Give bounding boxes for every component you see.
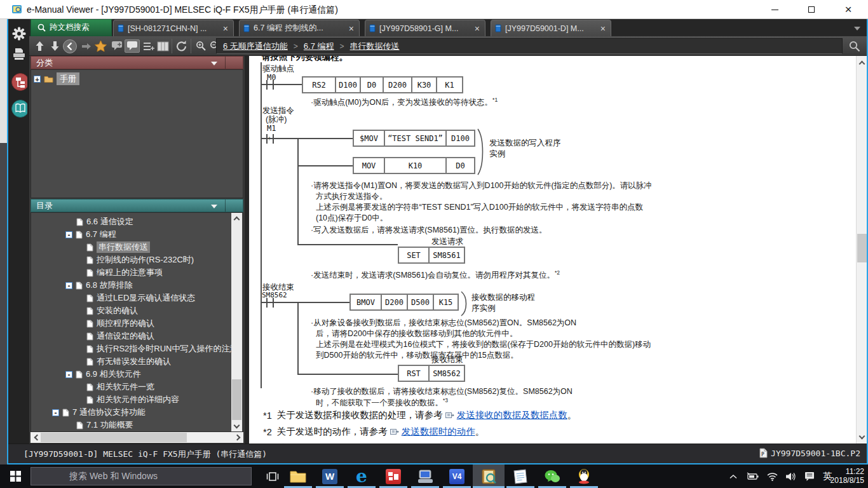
toc-item[interactable]: 相关软元件一览 bbox=[31, 381, 243, 393]
sidebar-splitter[interactable] bbox=[245, 56, 249, 444]
book-icon bbox=[243, 24, 250, 32]
toc-item[interactable]: 执行RS2指令时RUN中写入操作的注意 bbox=[31, 342, 243, 355]
rung2-note-line: (10点)保存于D0中。 bbox=[316, 213, 388, 224]
tab-list-dropdown-icon[interactable] bbox=[854, 27, 860, 30]
footnote-link[interactable]: 发送接收的数据及数据点数 bbox=[457, 409, 567, 421]
taskbar-search-input[interactable]: 搜索 Web 和 Windows bbox=[31, 467, 252, 485]
search-icon[interactable] bbox=[845, 38, 864, 54]
book-viewer-icon[interactable] bbox=[11, 100, 27, 117]
close-button[interactable]: × bbox=[834, 0, 863, 19]
category-panel-header[interactable]: 分类 bbox=[31, 56, 243, 69]
tab-document-2[interactable]: 6.7 编程 控制线的... × bbox=[239, 20, 360, 36]
category-item-manuals[interactable]: + 手册 bbox=[34, 72, 79, 85]
breadcrumb-section[interactable]: 6.7 编程 bbox=[304, 41, 334, 52]
toc-item[interactable]: -6.7 编程 bbox=[31, 228, 243, 241]
action-center-icon[interactable] bbox=[801, 464, 818, 488]
hidden-icons-chevron[interactable] bbox=[726, 464, 741, 488]
add-comment-icon[interactable] bbox=[109, 39, 125, 53]
toc-item[interactable]: 编程上的注意事项 bbox=[31, 266, 243, 279]
scrollbar-thumb[interactable] bbox=[41, 433, 187, 442]
page-down-icon[interactable] bbox=[47, 39, 62, 53]
toc-item[interactable]: -6.9 相关软元件 bbox=[31, 368, 243, 381]
toc-item[interactable]: 有无错误发生的确认 bbox=[31, 355, 243, 368]
toc-item[interactable]: -6.8 故障排除 bbox=[31, 279, 243, 292]
scroll-right-icon[interactable] bbox=[233, 432, 243, 443]
page-up-icon[interactable] bbox=[32, 39, 47, 53]
toc-item[interactable]: 安装的确认 bbox=[31, 304, 243, 317]
settings-gear-icon[interactable] bbox=[11, 25, 27, 42]
breadcrumb-topic[interactable]: 串行数据传送 bbox=[350, 41, 400, 52]
toc-item[interactable]: 控制线的动作(RS-232C时) bbox=[31, 254, 243, 266]
scrollbar-thumb[interactable] bbox=[232, 379, 241, 420]
collapse-caret-icon[interactable] bbox=[211, 205, 217, 208]
back-icon[interactable] bbox=[62, 39, 78, 53]
layout-columns-icon[interactable] bbox=[155, 39, 170, 53]
volume-icon[interactable] bbox=[782, 464, 799, 488]
toc-horizontal-scrollbar[interactable] bbox=[31, 432, 243, 443]
toc-item[interactable]: 顺控程序的确认 bbox=[31, 317, 243, 330]
toc-item[interactable]: 相关软元件的详细内容 bbox=[31, 393, 243, 406]
wifi-icon[interactable] bbox=[764, 464, 780, 488]
scroll-down-icon[interactable] bbox=[857, 431, 867, 442]
rung1-contact-name: M0 bbox=[267, 73, 276, 82]
scroll-down-icon[interactable] bbox=[231, 421, 242, 431]
manual-tree-icon[interactable] bbox=[11, 74, 27, 90]
rung1-note: ·驱动触点(M0)为ON后，变为发送接收的等待状态。*1 bbox=[311, 97, 498, 108]
close-tab-icon[interactable]: × bbox=[222, 24, 229, 34]
toc-vertical-scrollbar[interactable] bbox=[231, 213, 242, 431]
collapse-toggle[interactable]: - bbox=[65, 282, 72, 289]
close-tab-icon[interactable]: × bbox=[473, 24, 481, 34]
toc-item[interactable]: 6.6 通信设定 bbox=[31, 215, 243, 228]
taskbar-wechat[interactable] bbox=[536, 464, 568, 488]
show-comments-icon[interactable] bbox=[125, 39, 140, 53]
close-tab-icon[interactable]: × bbox=[599, 24, 607, 34]
forward-icon[interactable] bbox=[79, 39, 94, 53]
footnote-link[interactable]: 发送数据时的动作 bbox=[402, 426, 475, 438]
add-list-icon[interactable] bbox=[141, 39, 156, 53]
start-button[interactable] bbox=[0, 464, 31, 488]
battery-icon[interactable] bbox=[745, 464, 761, 488]
ladder-left-rail bbox=[261, 62, 262, 388]
toc-panel-header[interactable]: 目录 bbox=[31, 199, 243, 212]
taskbar-fax-viewer[interactable] bbox=[409, 464, 441, 488]
taskbar-clock[interactable]: 11:22 2018/8/15 bbox=[825, 467, 864, 485]
taskbar-qq[interactable] bbox=[568, 464, 600, 488]
content-vertical-scrollbar[interactable] bbox=[856, 56, 867, 444]
scroll-up-icon[interactable] bbox=[231, 213, 242, 224]
tab-document-3[interactable]: [JY997D58901-G] M... × bbox=[365, 20, 485, 36]
taskbar-e-manual-viewer-active[interactable] bbox=[473, 464, 505, 488]
zoom-in-icon[interactable] bbox=[193, 39, 208, 53]
collapse-toggle[interactable]: - bbox=[65, 231, 72, 238]
print-icon[interactable] bbox=[11, 46, 27, 62]
cross-document-search-button[interactable]: 跨文档搜索 bbox=[31, 19, 112, 36]
header-end-segment bbox=[225, 57, 243, 69]
expand-toggle[interactable]: + bbox=[34, 76, 41, 83]
refresh-icon[interactable] bbox=[174, 39, 189, 53]
taskbar-dictionary[interactable] bbox=[377, 464, 409, 488]
taskbar-v4-tool[interactable]: V4 bbox=[441, 464, 473, 488]
taskbar-file-explorer[interactable] bbox=[282, 464, 314, 488]
taskbar-notepad[interactable] bbox=[505, 464, 536, 488]
tab-document-4-active[interactable]: [JY997D59001-D] M... × bbox=[491, 20, 611, 36]
scroll-left-icon[interactable] bbox=[31, 432, 41, 443]
toc-item-selected[interactable]: 串行数据传送 bbox=[31, 241, 243, 254]
collapse-caret-icon[interactable] bbox=[211, 62, 217, 65]
minimize-button[interactable] bbox=[760, 0, 789, 19]
set-block-caption: 发送请求 bbox=[431, 236, 463, 247]
taskbar-edge[interactable]: e bbox=[346, 464, 377, 488]
toc-item[interactable]: -7 通信协议支持功能 bbox=[31, 406, 243, 419]
scroll-up-icon[interactable] bbox=[857, 57, 867, 68]
rung3-note-line: 上述示例是在处理模式为16位模式下，将接收到的数据(保存于D200开始的软元件中… bbox=[316, 339, 651, 350]
collapse-toggle[interactable]: - bbox=[52, 409, 59, 416]
tab-document-1[interactable]: [SH-081271CHN-N] ... × bbox=[113, 20, 234, 36]
breadcrumb-chapter[interactable]: 6 无顺序通信功能 bbox=[223, 41, 288, 52]
toc-item[interactable]: 7.1 功能概要 bbox=[31, 419, 243, 431]
add-favorite-icon[interactable] bbox=[93, 39, 108, 53]
toc-item[interactable]: 通信设定的确认 bbox=[31, 330, 243, 342]
toc-item[interactable]: 通过LED显示确认通信状态 bbox=[31, 292, 243, 304]
scrollbar-thumb[interactable] bbox=[857, 234, 867, 262]
close-tab-icon[interactable]: × bbox=[348, 24, 355, 34]
maximize-button[interactable] bbox=[797, 0, 826, 19]
collapse-toggle[interactable]: - bbox=[65, 371, 72, 378]
taskbar-word[interactable]: W bbox=[314, 464, 346, 488]
